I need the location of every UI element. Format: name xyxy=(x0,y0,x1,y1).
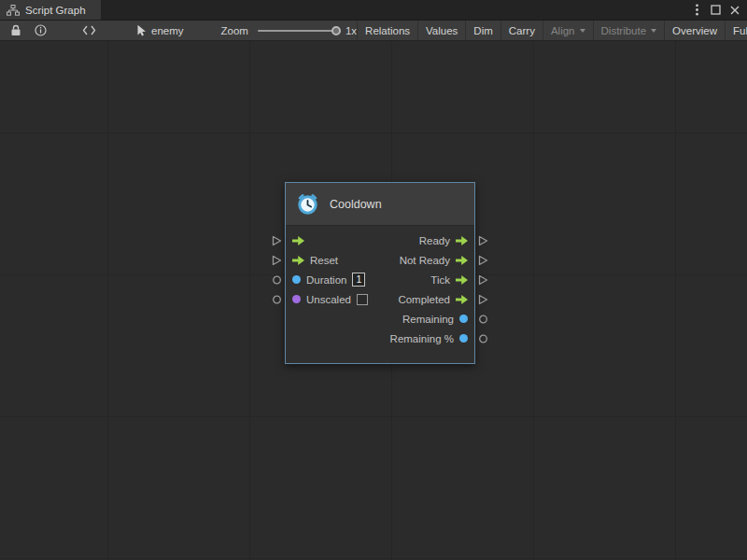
port-input-reset[interactable] xyxy=(272,255,282,266)
graph-canvas[interactable]: Cooldown Ready xyxy=(0,41,747,560)
flow-out-icon[interactable] xyxy=(456,295,468,304)
window-controls xyxy=(689,0,747,20)
distribute-button: Distribute xyxy=(593,21,665,40)
node-row: Unscaled Completed xyxy=(286,289,474,309)
zoom-control: Zoom 1x xyxy=(221,25,358,36)
toolbar-right-group: Relations Values Dim Carry Align Distrib… xyxy=(357,21,747,40)
button-label: Overview xyxy=(672,25,717,36)
window-titlebar: Script Graph xyxy=(0,0,747,21)
relations-button[interactable]: Relations xyxy=(357,21,417,40)
code-icon[interactable] xyxy=(80,22,97,39)
tab-script-graph[interactable]: Script Graph xyxy=(0,0,101,20)
flow-out-icon[interactable] xyxy=(456,236,468,245)
button-label: Dim xyxy=(473,25,492,36)
info-icon[interactable] xyxy=(32,22,49,39)
lock-icon[interactable] xyxy=(7,22,24,39)
port-input-enter[interactable] xyxy=(272,235,282,246)
node-row: Ready xyxy=(286,231,474,250)
port-label: Remaining % xyxy=(390,333,454,344)
port-output-not-ready[interactable] xyxy=(478,255,488,266)
button-label: Align xyxy=(551,25,575,36)
full-screen-button[interactable]: Full Screen xyxy=(725,21,747,40)
port-output-remaining-percent[interactable] xyxy=(478,333,488,343)
maximize-icon[interactable] xyxy=(708,2,724,18)
port-label: Not Ready xyxy=(400,255,450,266)
node-row: Duration 1 Tick xyxy=(286,270,474,289)
port-label: Remaining xyxy=(402,314,454,325)
kebab-menu-icon[interactable] xyxy=(689,2,705,18)
port-label: Completed xyxy=(398,294,450,305)
port-input-duration[interactable] xyxy=(272,274,282,285)
value-port-icon[interactable] xyxy=(292,275,301,284)
node-row: Reset Not Ready xyxy=(286,250,474,270)
chevron-down-icon xyxy=(651,29,656,33)
script-graph-icon xyxy=(7,5,20,16)
values-button[interactable]: Values xyxy=(417,21,465,40)
value-port-icon[interactable] xyxy=(459,315,468,323)
close-icon[interactable] xyxy=(726,2,742,18)
duration-value-field[interactable]: 1 xyxy=(352,273,365,287)
unscaled-checkbox[interactable] xyxy=(357,294,368,305)
port-output-remaining[interactable] xyxy=(478,314,488,324)
align-button: Align xyxy=(543,21,593,40)
toolbar-left-group: enemy Zoom 1x xyxy=(0,22,357,39)
dim-button[interactable]: Dim xyxy=(465,21,500,40)
value-port-icon[interactable] xyxy=(292,295,301,303)
node-body: Ready Reset xyxy=(286,226,474,363)
port-output-ready[interactable] xyxy=(478,235,488,246)
zoom-label: Zoom xyxy=(221,25,248,36)
graph-name-label: enemy xyxy=(151,25,184,36)
port-label: Duration xyxy=(306,274,346,286)
overview-button[interactable]: Overview xyxy=(664,21,725,40)
port-label: Reset xyxy=(310,255,338,266)
flow-out-icon[interactable] xyxy=(456,256,468,265)
button-label: Relations xyxy=(365,25,410,36)
node-header[interactable]: Cooldown xyxy=(286,183,474,226)
flow-out-icon[interactable] xyxy=(456,275,468,285)
pointer-icon xyxy=(136,24,147,36)
port-input-unscaled[interactable] xyxy=(272,294,282,304)
node-row: Remaining xyxy=(286,309,474,329)
button-label: Values xyxy=(426,25,458,36)
graph-toolbar: enemy Zoom 1x Relations Values Dim Carry… xyxy=(0,21,747,41)
port-output-completed[interactable] xyxy=(478,294,488,305)
flow-in-icon[interactable] xyxy=(292,236,304,245)
node-title: Cooldown xyxy=(330,198,382,211)
port-label: Ready xyxy=(419,235,450,246)
tab-label: Script Graph xyxy=(25,5,86,16)
zoom-slider[interactable] xyxy=(258,30,336,32)
button-label: Distribute xyxy=(601,25,647,36)
port-label: Unscaled xyxy=(306,294,351,305)
flow-in-icon[interactable] xyxy=(292,256,304,265)
button-label: Full Screen xyxy=(733,25,747,36)
port-label: Tick xyxy=(430,274,450,286)
node-cooldown[interactable]: Cooldown Ready xyxy=(285,182,475,364)
chevron-down-icon xyxy=(580,29,585,33)
carry-button[interactable]: Carry xyxy=(500,21,543,40)
button-label: Carry xyxy=(509,25,535,36)
port-output-tick[interactable] xyxy=(478,274,488,286)
alarm-clock-icon xyxy=(295,191,320,217)
graph-breadcrumb[interactable]: enemy xyxy=(136,24,184,36)
value-port-icon[interactable] xyxy=(459,334,468,343)
zoom-slider-handle[interactable] xyxy=(331,26,341,35)
zoom-value: 1x xyxy=(345,25,357,36)
node-row: Remaining % xyxy=(286,329,474,348)
